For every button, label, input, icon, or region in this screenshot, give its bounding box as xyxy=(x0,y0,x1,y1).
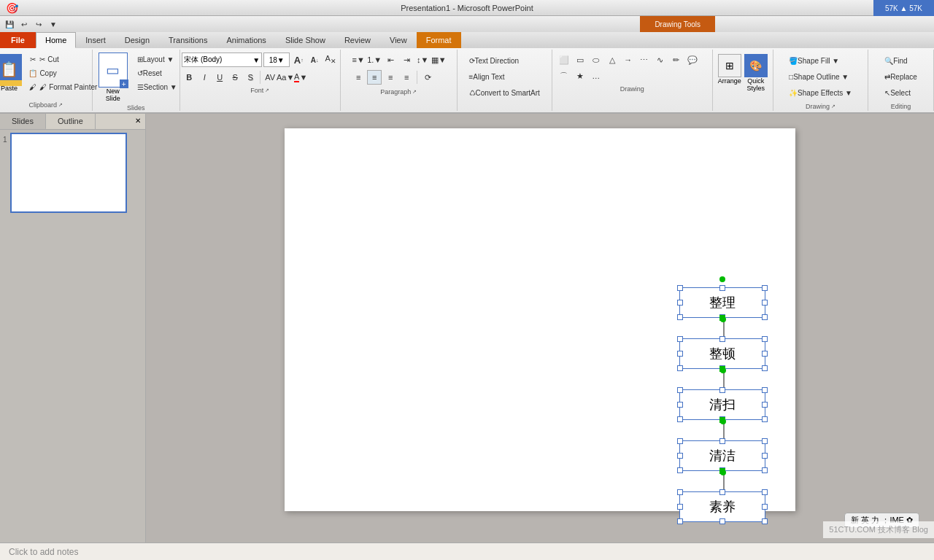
shape-box-2[interactable]: 整顿 xyxy=(679,338,765,369)
spacing-button[interactable]: AV xyxy=(263,70,277,85)
strikethrough-button[interactable]: S xyxy=(228,70,242,85)
font-size-selector[interactable]: 18 ▼ xyxy=(263,52,290,67)
cut-button[interactable]: ✂ ✂ Cut xyxy=(26,52,99,66)
align-left-button[interactable]: ≡ xyxy=(351,70,366,85)
align-text-button[interactable]: ≡ Align Text xyxy=(468,70,541,83)
handle-ml-3[interactable] xyxy=(677,402,683,408)
shape-box-3[interactable]: 清扫 xyxy=(679,389,765,420)
font-grow-button[interactable]: A↑ xyxy=(291,52,306,67)
shape-box-1[interactable]: 整理 xyxy=(679,287,765,318)
conn-bottom-2[interactable] xyxy=(719,366,725,372)
select-button[interactable]: ↖ Select xyxy=(883,86,919,99)
handle-br-3[interactable] xyxy=(762,416,768,422)
undo-button[interactable]: ↩ xyxy=(18,18,31,31)
handle-br-4[interactable] xyxy=(762,467,768,473)
handle-tl-1[interactable] xyxy=(677,285,683,291)
tab-insert[interactable]: Insert xyxy=(76,32,115,48)
align-justify-button[interactable]: ≡ xyxy=(399,70,414,85)
clear-formatting-button[interactable]: A✕ xyxy=(323,52,338,67)
line-spacing-button[interactable]: ↕▼ xyxy=(415,52,430,67)
canvas-area[interactable]: 整理 整顿 xyxy=(146,114,934,542)
textshadow-button[interactable]: S xyxy=(243,70,258,85)
bullets-button[interactable]: ≡▼ xyxy=(351,52,366,67)
handle-mr-1[interactable] xyxy=(762,300,768,306)
handle-tl-5[interactable] xyxy=(677,489,683,495)
handle-tr-3[interactable] xyxy=(762,387,768,393)
font-shrink-button[interactable]: A↓ xyxy=(307,52,322,67)
tab-review[interactable]: Review xyxy=(335,32,380,48)
format-painter-button[interactable]: 🖌 🖌 Format Painter xyxy=(26,80,99,93)
handle-tc-5[interactable] xyxy=(719,489,725,495)
handle-ml-1[interactable] xyxy=(677,300,683,306)
handle-br-1[interactable] xyxy=(762,314,768,320)
conn-bottom-4[interactable] xyxy=(719,468,725,474)
slide-thumb-canvas[interactable]: 整理 整顿 清扫 清洁 素养 xyxy=(10,133,127,213)
font-expand-icon[interactable]: ↗ xyxy=(265,88,269,93)
paragraph-expand-icon[interactable]: ↗ xyxy=(412,89,417,95)
new-slide-button[interactable]: ▭ + NewSlide xyxy=(93,52,133,102)
shape-star[interactable]: ★ xyxy=(573,69,587,83)
tab-view[interactable]: View xyxy=(380,32,417,48)
shape-line[interactable]: ⬜ xyxy=(557,52,571,67)
shape-ellipse[interactable]: ⬭ xyxy=(589,52,603,67)
conn-bottom-1[interactable] xyxy=(719,315,725,321)
section-button[interactable]: ☰ Section ▼ xyxy=(136,80,179,93)
casechange-button[interactable]: Aa▼ xyxy=(278,70,293,85)
columns-button[interactable]: ▦▼ xyxy=(431,52,446,67)
shape-curve[interactable]: ∿ xyxy=(653,52,668,67)
tab-design[interactable]: Design xyxy=(115,32,159,48)
shape-outline-button[interactable]: □ Shape Outline ▼ xyxy=(787,70,854,83)
clipboard-expand-icon[interactable]: ↗ xyxy=(58,102,63,108)
redo-button[interactable]: ↪ xyxy=(32,18,45,31)
handle-ml-2[interactable] xyxy=(677,351,683,357)
text-direction-ribbon-button[interactable]: ⟳ Text Direction xyxy=(468,54,541,67)
paste-button[interactable]: 📋 Paste xyxy=(0,52,25,93)
indent-decrease-button[interactable]: ⇤ xyxy=(383,52,398,67)
handle-tc-2[interactable] xyxy=(719,336,725,342)
font-name-selector[interactable]: 宋体 (Body) ▼ xyxy=(182,52,262,67)
handle-mr-3[interactable] xyxy=(762,402,768,408)
rotate-handle-1[interactable] xyxy=(719,276,725,282)
tab-format[interactable]: Format xyxy=(417,32,461,48)
reset-button[interactable]: ↺ Reset xyxy=(136,66,179,79)
shape-arrow[interactable]: → xyxy=(621,52,636,67)
notes-area[interactable]: Click to add notes xyxy=(0,542,934,560)
shape-effects-button[interactable]: ✨ Shape Effects ▼ xyxy=(787,86,854,99)
handle-mr-4[interactable] xyxy=(762,453,768,459)
close-panel-button[interactable]: ✕ xyxy=(131,114,145,129)
save-quickaccess-button[interactable]: 💾 xyxy=(3,18,16,31)
tab-transitions[interactable]: Transitions xyxy=(159,32,217,48)
handle-tr-1[interactable] xyxy=(762,285,768,291)
handle-br-2[interactable] xyxy=(762,365,768,371)
handle-br-5[interactable] xyxy=(762,518,768,524)
shape-connector[interactable]: ⌒ xyxy=(557,69,571,83)
tab-outline[interactable]: Outline xyxy=(46,114,96,129)
arrange-button[interactable]: ⊞ Arrange xyxy=(718,54,741,85)
shape-fill-button[interactable]: 🪣 Shape Fill ▼ xyxy=(787,54,854,67)
numbering-button[interactable]: 1.▼ xyxy=(367,52,382,67)
handle-bl-3[interactable] xyxy=(677,416,683,422)
quickaccess-more-button[interactable]: ▼ xyxy=(47,18,60,31)
handle-tc-4[interactable] xyxy=(719,438,725,444)
handle-tr-2[interactable] xyxy=(762,336,768,342)
tab-slides[interactable]: Slides xyxy=(0,114,46,129)
handle-tc-1[interactable] xyxy=(719,285,725,291)
handle-mr-2[interactable] xyxy=(762,351,768,357)
handle-tr-4[interactable] xyxy=(762,438,768,444)
shape-box-4[interactable]: 清洁 xyxy=(679,440,765,471)
slide-thumbnails[interactable]: 1 整理 整顿 清扫 清洁 素养 xyxy=(0,130,145,542)
text-direction-button[interactable]: ⟳ xyxy=(420,70,435,85)
shape-rect[interactable]: ▭ xyxy=(573,52,587,67)
tab-home[interactable]: Home xyxy=(36,32,76,48)
handle-mr-5[interactable] xyxy=(762,504,768,510)
handle-tl-3[interactable] xyxy=(677,387,683,393)
quick-styles-button[interactable]: 🎨 Quick Styles xyxy=(744,54,768,92)
handle-bl-4[interactable] xyxy=(677,467,683,473)
fontcolor-button[interactable]: A▼ xyxy=(293,70,308,85)
bold-button[interactable]: B xyxy=(182,70,196,85)
align-right-button[interactable]: ≡ xyxy=(383,70,398,85)
shape-freeform[interactable]: ✏ xyxy=(669,52,684,67)
handle-bl-1[interactable] xyxy=(677,314,683,320)
italic-button[interactable]: I xyxy=(197,70,212,85)
handle-bl-2[interactable] xyxy=(677,365,683,371)
